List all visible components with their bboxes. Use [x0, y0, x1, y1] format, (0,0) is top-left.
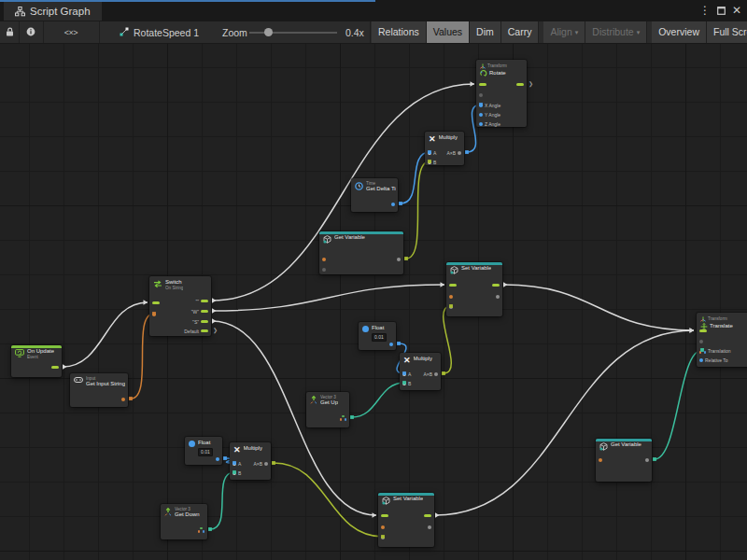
node-title: Get Input String: [86, 381, 125, 387]
port-dot[interactable]: [699, 338, 703, 344]
port-label: B: [433, 160, 436, 165]
node-transform-rotate[interactable]: TransformRotateX AngleY AngleZ Angle: [476, 60, 527, 127]
info-icon: [26, 27, 35, 38]
port-b[interactable]: B: [233, 469, 241, 476]
node-vector3-get-up[interactable]: Vector 3Get Up: [306, 392, 349, 427]
port-dot[interactable]: [428, 524, 431, 530]
toolbar-button-label: Align: [550, 21, 571, 43]
port-z-angle[interactable]: Z Angle: [479, 120, 500, 127]
node-transform-translate[interactable]: TransformTranslateTranslationRelative To: [697, 313, 747, 367]
tab-script-graph[interactable]: Script Graph: [4, 2, 102, 21]
value-port-icon: [233, 471, 236, 475]
port-flow[interactable]: [492, 282, 500, 288]
port-dot[interactable]: [449, 293, 453, 300]
port-dot[interactable]: [322, 256, 326, 262]
value-port-icon: [233, 462, 236, 466]
node-get-input-string[interactable]: InputGet Input String: [70, 373, 128, 407]
toolbar-button-label: Values: [433, 21, 462, 43]
port-flow[interactable]: [479, 81, 486, 88]
port-b[interactable]: B: [402, 380, 411, 386]
port-dot[interactable]: [391, 201, 395, 207]
graph-breadcrumb[interactable]: RotateSpeed 1: [120, 21, 199, 43]
node-multiply-mid[interactable]: ✕MultiplyAA×BB: [400, 353, 441, 390]
port-flow[interactable]: [449, 282, 457, 288]
window-close-button[interactable]: ✕: [732, 0, 741, 21]
node-set-variable-mid[interactable]: Set Variable: [446, 262, 502, 316]
port-a-b[interactable]: A×B: [253, 460, 268, 467]
value-port-icon: [449, 305, 453, 309]
port-flow[interactable]: [51, 364, 59, 371]
port-dot[interactable]: [322, 266, 326, 273]
port-dot[interactable]: [152, 311, 156, 317]
port-y-angle[interactable]: Y Angle: [479, 111, 500, 118]
port-a-b[interactable]: A×B: [423, 371, 438, 377]
port-vec[interactable]: [340, 414, 346, 421]
value-port-icon: [699, 340, 703, 343]
toolbar-button-relations[interactable]: Relations: [372, 21, 427, 43]
value-input[interactable]: 0.01: [198, 448, 213, 456]
zoom-slider[interactable]: [249, 32, 337, 34]
port-relative-to[interactable]: Relative To: [699, 357, 728, 363]
node-multiply-top[interactable]: ✕MultiplyAA×BB: [425, 132, 464, 165]
port-[interactable]: "": [195, 298, 208, 304]
toolbar-button-full-screen[interactable]: Full Screen: [707, 21, 747, 43]
port-dot[interactable]: [216, 455, 219, 462]
window-maximize-button[interactable]: [717, 7, 726, 15]
toolbar-button-values[interactable]: Values: [427, 21, 470, 43]
port-dot[interactable]: [449, 303, 453, 310]
node-multiply-bottom[interactable]: ✕MultiplyAA×BB: [230, 442, 271, 480]
toolbar-button-overview[interactable]: Overview: [652, 21, 707, 43]
node-switch-on-string[interactable]: SwitchOn String"""W""S"Default: [149, 276, 211, 336]
code-preview-button[interactable]: <×>: [44, 21, 98, 43]
node-get-variable-top[interactable]: Get Variable: [319, 231, 403, 274]
node-header: SwitchOn String: [153, 279, 209, 290]
port-a[interactable]: A: [233, 460, 241, 467]
node-vector3-get-down[interactable]: Vector 3Get Down: [161, 504, 207, 539]
node-float-bottom[interactable]: Float0.01: [185, 437, 222, 465]
value-port-icon: [264, 462, 268, 466]
port-flow[interactable]: [381, 512, 388, 519]
port-vec[interactable]: [198, 526, 204, 533]
port-a[interactable]: A: [428, 149, 436, 156]
port-s[interactable]: "S": [192, 318, 208, 325]
port-label: Translation: [708, 348, 731, 354]
node-get-variable-right[interactable]: Get Variable: [596, 439, 652, 482]
port-w[interactable]: "W": [191, 308, 208, 315]
port-b[interactable]: B: [428, 159, 436, 165]
port-dot[interactable]: [397, 256, 401, 262]
port-dot[interactable]: [645, 456, 649, 463]
toolbar-button-dim[interactable]: Dim: [470, 21, 501, 43]
info-button[interactable]: [20, 21, 42, 43]
port-x-angle[interactable]: X Angle: [479, 102, 500, 108]
port-a-b[interactable]: A×B: [446, 149, 461, 156]
port-a[interactable]: A: [402, 371, 411, 377]
graph-icon: [120, 27, 129, 38]
port-flow[interactable]: [516, 81, 524, 88]
port-default[interactable]: Default: [184, 328, 208, 334]
port-dot[interactable]: [496, 293, 500, 300]
zoom-slider-handle[interactable]: [264, 28, 273, 36]
node-get-delta-time[interactable]: TimeGet Delta Time: [351, 178, 398, 212]
port-translation[interactable]: Translation: [699, 347, 731, 354]
value-input[interactable]: 0.01: [372, 333, 387, 342]
toolbar-button-align[interactable]: Align▾: [543, 21, 585, 43]
window-menu-button[interactable]: ⋮: [699, 0, 711, 21]
clock-icon: [355, 182, 363, 192]
lock-button[interactable]: [2, 21, 17, 43]
toolbar-button-carry[interactable]: Carry: [501, 21, 540, 43]
node-set-variable-bottom[interactable]: Set Variable: [378, 493, 434, 547]
port-dot[interactable]: [381, 524, 385, 530]
graph-toolbar: <×> RotateSpeed 1 Zoom 0.4x RelationsVal…: [0, 21, 747, 44]
port-flow[interactable]: [152, 300, 160, 306]
port-dot[interactable]: [599, 456, 602, 463]
port-flow[interactable]: [699, 328, 707, 334]
port-dot[interactable]: [389, 341, 393, 347]
node-on-update[interactable]: On UpdateEvent: [11, 345, 62, 377]
port-dot[interactable]: [479, 91, 483, 98]
node-float-mid[interactable]: Float0.01: [359, 322, 396, 350]
graph-canvas[interactable]: [0, 42, 747, 560]
port-dot[interactable]: [121, 396, 125, 402]
port-dot[interactable]: [381, 534, 385, 540]
toolbar-button-distribute[interactable]: Distribute▾: [585, 21, 647, 43]
port-flow[interactable]: [424, 512, 431, 519]
